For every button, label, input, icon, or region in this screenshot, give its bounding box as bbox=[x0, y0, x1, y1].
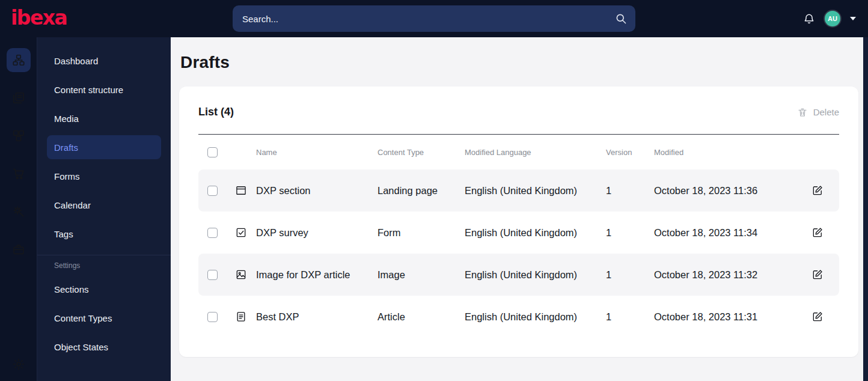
draft-content-type: Image bbox=[377, 269, 465, 281]
draft-content-type: Article bbox=[377, 311, 465, 323]
sidebar-item-sections[interactable]: Sections bbox=[37, 275, 171, 303]
app-root: ibexa AU bbox=[0, 0, 868, 381]
card-header: List (4) Delete bbox=[198, 106, 839, 118]
blocks-icon bbox=[12, 129, 25, 142]
row-checkbox[interactable] bbox=[207, 228, 218, 238]
draft-language: English (United Kingdom) bbox=[465, 185, 606, 197]
global-search bbox=[233, 5, 635, 32]
select-all-checkbox[interactable] bbox=[207, 147, 218, 157]
column-header-name: Name bbox=[256, 148, 377, 157]
drafts-table: Name Content Type Modified Language Vers… bbox=[198, 134, 839, 338]
main-content: Drafts List (4) Delete bbox=[171, 37, 863, 381]
rail-item-pages[interactable] bbox=[7, 86, 31, 110]
table-row[interactable]: DXP section Landing page English (United… bbox=[198, 169, 839, 212]
notifications-button[interactable] bbox=[802, 11, 816, 26]
right-panel-strip[interactable] bbox=[863, 37, 868, 381]
draft-version: 1 bbox=[606, 185, 654, 197]
edit-draft-button[interactable] bbox=[809, 266, 826, 283]
sidebar-item-content-types[interactable]: Content Types bbox=[37, 303, 171, 332]
row-checkbox[interactable] bbox=[207, 312, 218, 322]
draft-name: DXP survey bbox=[256, 227, 377, 239]
rail-item-personalization[interactable] bbox=[7, 200, 31, 224]
draft-version: 1 bbox=[606, 269, 654, 281]
topbar-right: AU bbox=[802, 11, 857, 26]
delete-button-label: Delete bbox=[813, 107, 839, 117]
draft-name: Best DXP bbox=[256, 311, 377, 323]
sitemap-icon bbox=[12, 53, 25, 67]
edit-icon bbox=[811, 227, 824, 239]
draft-language: English (United Kingdom) bbox=[465, 311, 606, 323]
draft-language: English (United Kingdom) bbox=[465, 227, 606, 239]
table-row[interactable]: DXP survey Form English (United Kingdom)… bbox=[198, 212, 839, 254]
sidebar-item-object-states[interactable]: Object States bbox=[37, 332, 171, 361]
icon-rail bbox=[0, 37, 37, 381]
column-header-content-type: Content Type bbox=[377, 148, 465, 157]
table-row[interactable]: Best DXP Article English (United Kingdom… bbox=[198, 296, 839, 338]
delete-button[interactable]: Delete bbox=[797, 107, 839, 118]
search-input[interactable] bbox=[233, 5, 635, 32]
edit-draft-button[interactable] bbox=[809, 224, 826, 241]
edit-icon bbox=[811, 269, 824, 281]
rail-item-admin[interactable] bbox=[7, 352, 31, 376]
draft-modified: October 18, 2023 11:31 bbox=[654, 311, 796, 323]
draft-version: 1 bbox=[606, 311, 654, 323]
draft-name: Image for DXP article bbox=[256, 269, 377, 281]
cart-icon bbox=[12, 167, 25, 180]
sidebar-item-dashboard[interactable]: Dashboard bbox=[37, 46, 171, 75]
body: Dashboard Content structure Media Drafts… bbox=[0, 37, 868, 381]
draft-version: 1 bbox=[606, 227, 654, 239]
rail-item-commerce[interactable] bbox=[7, 162, 31, 186]
sidebar-item-tags[interactable]: Tags bbox=[37, 219, 171, 248]
draft-name: DXP section bbox=[256, 185, 377, 197]
drafts-card: List (4) Delete bbox=[179, 87, 858, 357]
draft-modified: October 18, 2023 11:32 bbox=[654, 269, 796, 281]
sidebar-item-drafts[interactable]: Drafts bbox=[47, 135, 161, 159]
edit-icon bbox=[811, 184, 824, 197]
draft-modified: October 18, 2023 11:34 bbox=[654, 227, 796, 239]
draft-content-type: Form bbox=[377, 227, 465, 239]
row-checkbox[interactable] bbox=[207, 270, 218, 280]
briefcase-icon bbox=[12, 243, 25, 256]
personalization-icon bbox=[12, 205, 25, 218]
draft-language: English (United Kingdom) bbox=[465, 269, 606, 281]
landing-page-icon bbox=[235, 184, 247, 197]
rail-item-catalog[interactable] bbox=[7, 237, 31, 261]
gear-icon bbox=[12, 358, 25, 371]
edit-draft-button[interactable] bbox=[809, 182, 826, 199]
search-icon[interactable] bbox=[615, 13, 627, 25]
table-header-row: Name Content Type Modified Language Vers… bbox=[198, 135, 839, 169]
article-icon bbox=[235, 311, 247, 323]
sidebar-item-content-structure[interactable]: Content structure bbox=[37, 75, 171, 104]
sidebar-item-forms[interactable]: Forms bbox=[37, 162, 171, 190]
column-header-version: Version bbox=[606, 148, 654, 157]
edit-icon bbox=[811, 311, 824, 323]
draft-modified: October 18, 2023 11:36 bbox=[654, 185, 796, 197]
pages-icon bbox=[12, 91, 25, 105]
form-icon bbox=[235, 227, 247, 239]
rail-item-modules[interactable] bbox=[7, 124, 31, 148]
column-header-modified-language: Modified Language bbox=[465, 148, 606, 157]
avatar[interactable]: AU bbox=[825, 11, 840, 26]
sidebar-item-media[interactable]: Media bbox=[37, 104, 171, 133]
bell-icon bbox=[803, 13, 815, 25]
list-title: List (4) bbox=[198, 106, 234, 118]
sidebar-section-label: Settings bbox=[37, 255, 171, 275]
user-menu-caret[interactable] bbox=[849, 16, 857, 22]
image-icon bbox=[235, 269, 247, 281]
page-title: Drafts bbox=[180, 53, 858, 72]
table-row[interactable]: Image for DXP article Image English (Uni… bbox=[198, 254, 839, 296]
draft-content-type: Landing page bbox=[377, 185, 465, 197]
sidebar: Dashboard Content structure Media Drafts… bbox=[37, 37, 171, 381]
topbar: ibexa AU bbox=[0, 0, 868, 37]
sidebar-item-calendar[interactable]: Calendar bbox=[37, 190, 171, 219]
edit-draft-button[interactable] bbox=[809, 308, 826, 325]
chevron-down-icon bbox=[850, 17, 856, 20]
column-header-modified: Modified bbox=[654, 148, 796, 157]
trash-icon bbox=[797, 107, 808, 118]
rail-item-content[interactable] bbox=[7, 48, 31, 72]
row-checkbox[interactable] bbox=[207, 186, 218, 196]
ibexa-logo[interactable]: ibexa bbox=[11, 8, 67, 30]
